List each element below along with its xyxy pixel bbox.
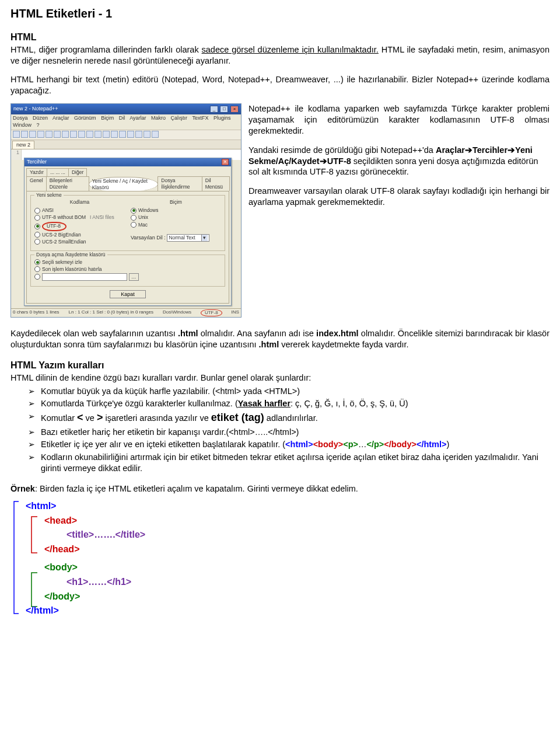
tab-item[interactable]: ... ... ...	[47, 168, 69, 176]
menu-item[interactable]: Düzen	[33, 115, 48, 121]
dialog-title: Tercihler	[27, 159, 47, 166]
close-button[interactable]: Kapat	[110, 290, 146, 298]
menu-item[interactable]: Biçim	[101, 115, 114, 121]
close-icon[interactable]: ×	[230, 106, 239, 113]
toolbar-icon[interactable]	[144, 131, 150, 138]
menu-item[interactable]: TextFX	[192, 115, 208, 121]
toolbar-icon[interactable]	[94, 131, 102, 138]
text-big: >	[97, 412, 103, 423]
radio-option-selected[interactable]: UTF-8	[34, 222, 125, 231]
npp-tabs[interactable]: new 2	[11, 140, 241, 150]
radio-option[interactable]: ANSI	[34, 207, 125, 214]
list-item: Bazı etiketler hariç her etiketin bir ka…	[28, 427, 550, 438]
para-right-1: Notepad++ ile kodlama yaparken web sayfa…	[249, 103, 550, 137]
text-bold: index.html	[316, 329, 359, 338]
minimize-icon[interactable]: _	[210, 106, 218, 113]
toolbar-icon[interactable]	[13, 131, 20, 138]
maximize-icon[interactable]: □	[220, 106, 228, 113]
toolbar-icon[interactable]	[29, 131, 36, 138]
tab-item[interactable]: Dosya İlişkilendirme	[158, 176, 202, 191]
text: …	[358, 440, 367, 449]
menu-item[interactable]: Görünüm	[74, 115, 96, 121]
toolbar-icon[interactable]	[54, 131, 61, 138]
toolbar-icon[interactable]	[46, 131, 52, 138]
radio-option[interactable]: Unix	[131, 214, 221, 221]
toolbar-icon[interactable]	[86, 131, 93, 138]
heading-rules: HTML Yazım kuralları	[10, 360, 550, 372]
menu-item[interactable]: Çalıştır	[171, 115, 188, 121]
code-html: </html>	[416, 440, 447, 449]
radio-option[interactable]: …	[34, 273, 221, 281]
code-line: </body>	[44, 591, 80, 601]
fieldset-open-save: Dosya açma /kaydetme klasörü Seçili sekm…	[30, 255, 225, 287]
radio-option[interactable]: UTF-8 without BOM I ANSI files	[34, 214, 125, 221]
menu-item[interactable]: Makro	[151, 115, 166, 121]
code-line: <h1>……</h1>	[66, 577, 131, 587]
menu-item[interactable]: ?	[37, 122, 40, 128]
tab-item[interactable]: Diğer	[68, 168, 87, 176]
toolbar-icon[interactable]	[127, 131, 134, 138]
dialog-tabs[interactable]: Yazdır ... ... ... Diğer Genel Bileşenle…	[26, 168, 229, 191]
toolbar-icon[interactable]	[119, 131, 126, 138]
toolbar-icon[interactable]	[78, 131, 85, 138]
npp-statusbar: 0 chars 0 bytes 1 lines Ln : 1 Col : 1 S…	[11, 308, 241, 317]
tab-item[interactable]: Dil Menüsü	[202, 176, 230, 191]
menu-item[interactable]: Dosya	[13, 115, 28, 121]
tab-item[interactable]: Yazdır	[26, 168, 47, 176]
npp-toolbar[interactable]	[11, 130, 241, 140]
toolbar-icon[interactable]	[111, 131, 118, 138]
tab-item-active[interactable]: Yeni Sekme / Aç / Kaydet Klasörü	[89, 177, 159, 191]
status-left: 0 chars 0 bytes 1 lines	[13, 309, 60, 316]
opt-label: ANSI	[42, 207, 54, 214]
toolbar-icon[interactable]	[103, 131, 110, 138]
para-right-2: Yandaki resimde de görüldüğü gibi Notepa…	[249, 145, 550, 178]
text-bold: .html	[259, 340, 279, 349]
radio-option[interactable]: UCS-2 BigEndian	[34, 232, 125, 238]
path-dropdown[interactable]	[42, 273, 127, 281]
preferences-dialog: Tercihler × Yazdır ... ... ... Diğer Gen…	[24, 158, 232, 306]
menu-item[interactable]: Araçlar	[52, 115, 69, 121]
code-body: <body>	[313, 440, 344, 449]
group-title: Biçim	[131, 199, 221, 205]
menu-item[interactable]: Ayarlar	[130, 115, 146, 121]
code-line: </head>	[44, 544, 79, 554]
file-tab[interactable]: new 2	[12, 141, 34, 149]
toolbar-icon[interactable]	[70, 131, 77, 138]
menu-item[interactable]: Window	[13, 122, 32, 128]
text-bold-underline: Yasak harfler	[238, 399, 290, 408]
menu-item[interactable]: Plugins	[214, 115, 231, 121]
npp-menubar[interactable]: Dosya Düzen Araçlar Görünüm Biçim Dil Ay…	[11, 114, 241, 130]
text: )	[447, 440, 450, 449]
radio-option-selected[interactable]: Seçili sekmeyi izle	[34, 259, 221, 266]
browse-button[interactable]: …	[129, 273, 139, 281]
label: Varsayılan Dil :	[131, 235, 166, 241]
radio-option[interactable]: Mac	[131, 222, 221, 228]
text: HTML, diğer programlama dillerinden fark…	[10, 45, 202, 54]
notepadpp-screenshot: new 2 - Notepad++ _ □ × Dosya Düzen Araç…	[10, 103, 240, 318]
opt-label: UCS-2 BigEndian	[42, 232, 81, 238]
toolbar-icon[interactable]	[62, 131, 69, 138]
group-title: Kodlama	[34, 199, 125, 205]
toolbar-icon[interactable]	[135, 131, 142, 138]
rules-list: Komutlar büyük ya da küçük harfle yazıla…	[10, 386, 550, 474]
toolbar-icon[interactable]	[152, 131, 159, 138]
toolbar-icon[interactable]	[21, 131, 28, 138]
para-after-img: Kaydedilecek olan web sayfalarının uzant…	[10, 328, 550, 350]
text: işaretleri arasında yazılır ve	[103, 413, 211, 423]
menu-item[interactable]: Dil	[119, 115, 125, 121]
text-bold: .html	[178, 329, 198, 338]
chevron-down-icon[interactable]: ▾	[201, 235, 208, 241]
radio-option[interactable]: Son işlem klasörünü hatırla	[34, 266, 221, 273]
radio-option-selected[interactable]: Windows	[131, 207, 221, 214]
text: adlandırılırlar.	[264, 413, 318, 423]
opt-label: UCS-2 SmallEndian	[42, 239, 86, 245]
radio-option[interactable]: UCS-2 SmallEndian	[34, 239, 125, 245]
tab-item[interactable]: Bileşenleri Düzenle	[46, 176, 89, 191]
page-title: HTML Etiketleri - 1	[10, 6, 550, 21]
code-line: </html>	[26, 605, 59, 615]
status-ins: INS	[232, 309, 239, 316]
toolbar-icon[interactable]	[37, 131, 44, 138]
close-icon[interactable]: ×	[222, 159, 229, 165]
tab-item[interactable]: Genel	[26, 176, 47, 191]
default-lang-dropdown[interactable]: Normal Text▾	[167, 234, 209, 242]
